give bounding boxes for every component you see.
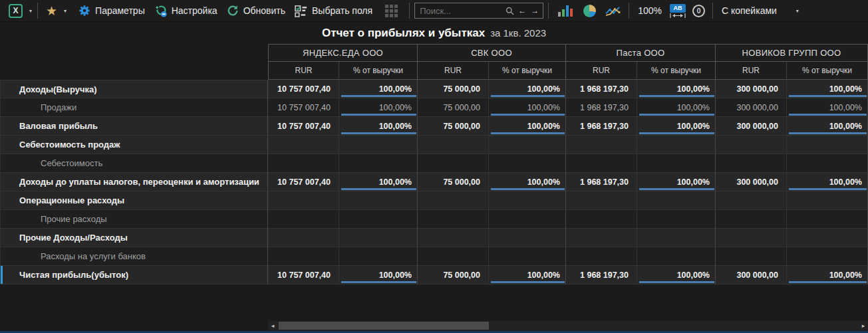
refresh-icon [227, 5, 239, 17]
percent-fill-bar [341, 95, 416, 97]
row-label[interactable]: Доходы до уплаты налогов, переоценки и а… [0, 173, 268, 191]
row-label[interactable]: Прочие Доходы/Расходы [0, 229, 268, 247]
company-header[interactable]: ЯНДЕКС.ЕДА ООО [268, 44, 418, 62]
row-label[interactable]: Валовая прибыль [0, 117, 268, 136]
percent-cell [339, 154, 418, 173]
row-label[interactable]: Операционные расходы [0, 191, 268, 210]
percent-cell: 100,00% [339, 98, 418, 117]
horizontal-scrollbar[interactable]: ◂ ▸ [268, 321, 868, 330]
zoom-level[interactable]: 100% [633, 5, 667, 16]
value-cell [716, 210, 787, 229]
value-cell: 10 757 007,40 [268, 117, 339, 136]
scrollbar-thumb[interactable] [279, 322, 489, 330]
row-label[interactable]: Прочие расходы [0, 210, 268, 229]
cell-value: 300 000,00 [736, 103, 778, 112]
company-header[interactable]: НОВИКОВ ГРУПП ООО [716, 44, 868, 62]
cell-value: 10 757 007,40 [277, 271, 331, 280]
excel-dropdown-caret-icon[interactable]: ▾ [27, 7, 34, 15]
row-label[interactable]: Себестоимость продаж [0, 136, 268, 154]
pie-chart-button[interactable] [579, 3, 601, 19]
bar-chart-icon [557, 5, 574, 17]
favorites-button[interactable]: ★ [41, 3, 62, 19]
toolbar-divider [548, 3, 549, 19]
row-label[interactable]: Доходы(Выручка) [0, 80, 268, 98]
row-label[interactable]: Продажи [0, 98, 268, 117]
search-input[interactable] [418, 5, 502, 17]
value-cell [268, 154, 339, 173]
value-cell: 300 000,00 [716, 173, 787, 191]
row-label-text: Прочие расходы [41, 214, 107, 224]
currency-subheader[interactable]: RUR [566, 62, 637, 80]
row-label[interactable]: Себестоимость [0, 154, 268, 173]
cell-value: 100,00% [527, 177, 560, 187]
percent-subheader[interactable]: % от выручки [787, 62, 868, 80]
percent-cell [489, 154, 566, 173]
cell-value: 1 968 197,30 [580, 177, 629, 187]
scroll-right-icon[interactable]: ▸ [859, 321, 868, 330]
kopecks-dropdown[interactable]: С копейками ▾ [716, 5, 806, 16]
scroll-left-icon[interactable]: ◂ [268, 321, 277, 330]
currency-subheader[interactable]: RUR [716, 62, 787, 80]
percent-cell: 100,00% [787, 173, 868, 191]
settings-button[interactable]: Настройка [150, 3, 222, 19]
toolbar-divider [409, 3, 410, 19]
company-header[interactable]: СВК ООО [418, 44, 566, 62]
value-cell [566, 154, 637, 173]
search-icon[interactable] [506, 7, 514, 15]
percent-cell: 100,00% [787, 80, 868, 98]
percent-cell: 100,00% [637, 80, 716, 98]
search-next-icon[interactable]: → [530, 6, 539, 15]
value-cell: 75 000,00 [418, 266, 489, 284]
grid-view-button[interactable] [377, 1, 406, 21]
column-width-button[interactable]: AB [667, 4, 688, 18]
scrollbar-track[interactable] [277, 321, 859, 330]
bar-chart-button[interactable] [552, 3, 579, 18]
search-prev-icon[interactable]: ← [517, 6, 527, 15]
percent-cell: 100,00% [637, 98, 716, 117]
percent-cell [787, 136, 868, 154]
cell-value: 100,00% [829, 103, 862, 112]
currency-subheader[interactable]: RUR [418, 62, 489, 80]
value-cell [268, 210, 339, 229]
percent-cell: 100,00% [339, 117, 418, 136]
favorites-dropdown-caret-icon[interactable]: ▾ [62, 7, 69, 15]
percent-cell [787, 229, 868, 247]
cell-value: 100,00% [829, 84, 862, 94]
row-label[interactable]: Чистая прибыль(убыток) [0, 266, 268, 284]
select-fields-button[interactable]: Выбрать поля [290, 3, 377, 19]
refresh-button[interactable]: Обновить [222, 3, 290, 18]
refresh-label: Обновить [243, 5, 285, 16]
toolbar-divider [37, 3, 38, 19]
value-cell [418, 229, 489, 247]
percent-subheader[interactable]: % от выручки [489, 62, 566, 80]
value-cell [566, 136, 637, 154]
percent-subheader[interactable]: % от выручки [339, 62, 418, 80]
parameters-button[interactable]: Параметры [74, 3, 150, 18]
row-label-text: Доходы(Выручка) [19, 84, 97, 94]
row-label[interactable]: Расходы на услуги банков [0, 247, 268, 266]
row-label-text: Расходы на услуги банков [41, 251, 146, 261]
percent-fill-bar [789, 114, 867, 116]
percent-fill-bar [341, 132, 416, 134]
value-cell: 10 757 007,40 [268, 266, 339, 284]
percent-subheader[interactable]: % от выручки [637, 62, 716, 80]
hide-zeros-icon[interactable]: 0 [692, 5, 705, 17]
percent-fill-bar [639, 132, 714, 134]
company-header[interactable]: Паста ООО [566, 44, 716, 62]
search-box[interactable]: ← → [414, 3, 543, 19]
value-cell: 10 757 007,40 [268, 173, 339, 191]
cell-value: 100,00% [527, 103, 560, 112]
line-chart-button[interactable] [601, 3, 625, 19]
currency-subheader[interactable]: RUR [268, 62, 339, 80]
percent-cell: 100,00% [489, 80, 566, 98]
percent-cell [339, 136, 418, 154]
checkbox-list-icon [295, 5, 307, 17]
percent-fill-bar [491, 281, 565, 283]
percent-fill-bar [789, 281, 867, 283]
row-label-text: Себестоимость продаж [19, 140, 120, 150]
percent-cell: 100,00% [637, 173, 716, 191]
cell-value: 100,00% [677, 122, 710, 131]
export-excel-button[interactable]: X [4, 3, 27, 19]
value-cell [566, 210, 637, 229]
star-icon: ★ [46, 5, 57, 17]
